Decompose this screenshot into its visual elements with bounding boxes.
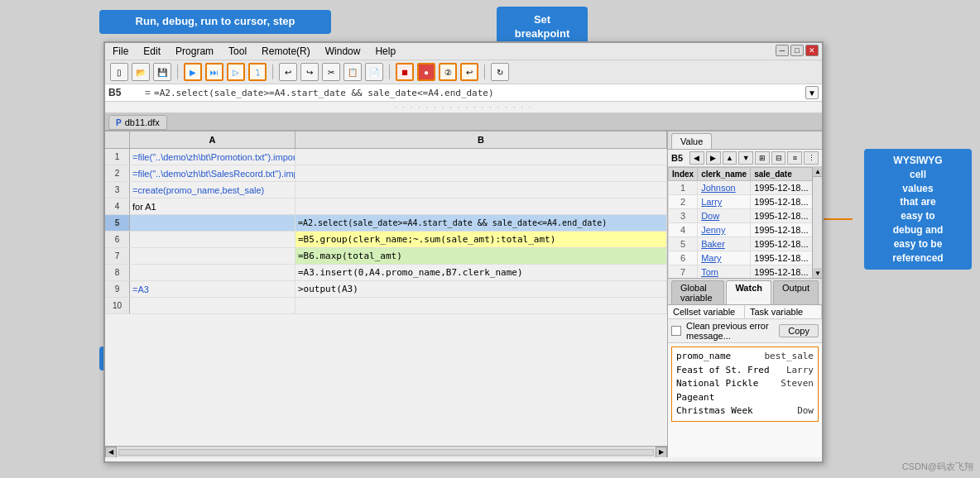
output-col2: Larry (786, 364, 814, 378)
cell-clerk[interactable]: Mary (698, 251, 751, 265)
clean-row: Clean previous error message... Copy (668, 319, 822, 343)
open-button[interactable]: 📂 (132, 63, 150, 81)
copy-button[interactable]: Copy (779, 324, 819, 337)
table-row: 6 =B5.group(clerk_name;~.sum(sale_amt):t… (105, 232, 667, 248)
horizontal-scrollbar[interactable]: ◀ ▶ (105, 446, 667, 457)
tab-output[interactable]: Output (773, 280, 819, 304)
cell-clerk[interactable]: Johnson (698, 181, 751, 195)
value-scrollbar[interactable]: ▲ ▼ (812, 167, 822, 278)
cell-2b[interactable] (295, 165, 667, 181)
cell-10a[interactable] (130, 298, 295, 313)
new-button[interactable]: ▯ (110, 63, 128, 81)
tab-watch[interactable]: Watch (726, 280, 771, 304)
paste-button[interactable]: 📄 (365, 63, 383, 81)
cell-5a[interactable] (130, 215, 295, 231)
cellset-variable[interactable]: Cellset variable (668, 305, 745, 318)
value-tab[interactable]: Value (671, 133, 712, 149)
scroll-track[interactable] (118, 449, 654, 456)
table-row[interactable]: 4 Jenny 1995-12-18... 882 (669, 223, 823, 237)
table-row[interactable]: 1 Johnson 1995-12-18... 2024 (669, 181, 823, 195)
ide-window: ─ □ ✕ File Edit Program Tool Remote(R) W… (103, 41, 824, 463)
save-button[interactable]: 💾 (153, 63, 171, 81)
tab-global-variable[interactable]: Global variable (671, 280, 724, 304)
cell-8a[interactable] (130, 265, 295, 280)
col-header-a[interactable]: A (130, 131, 295, 148)
formula-scroll-btn[interactable]: ▼ (805, 86, 819, 99)
cell-9b[interactable]: >output(A3) (295, 281, 667, 297)
val-b1-btn[interactable]: ⊞ (755, 151, 770, 165)
scroll-down-btn[interactable]: ▼ (813, 268, 822, 278)
val-back-btn[interactable]: ◀ (689, 151, 704, 165)
val-b3-btn[interactable]: ≡ (787, 151, 802, 165)
cut-button[interactable]: ✂ (322, 63, 340, 81)
col-header-b[interactable]: B (295, 131, 667, 148)
cell-6a[interactable] (130, 232, 295, 247)
menu-remote[interactable]: Remote(R) (259, 45, 313, 58)
copy-toolbar-button[interactable]: 📋 (343, 63, 362, 81)
cell-9a[interactable]: =A3 (130, 281, 295, 297)
table-row[interactable]: 5 Baker 1995-12-18... 3028 (669, 237, 823, 251)
cell-clerk[interactable]: Baker (698, 237, 751, 251)
table-row[interactable]: 2 Larry 1995-12-18... 2767 (669, 195, 823, 209)
cell-4b[interactable] (295, 198, 667, 214)
cell-3a[interactable]: =create(promo_name,best_sale) (130, 182, 295, 198)
scroll-up-btn[interactable]: ▲ (813, 167, 822, 177)
scroll-left-btn[interactable]: ◀ (105, 447, 117, 458)
scroll-right-btn[interactable]: ▶ (656, 447, 667, 458)
cell-1b[interactable] (295, 149, 667, 165)
val-up-btn[interactable]: ▲ (723, 151, 737, 165)
toolbar-sep-3 (389, 65, 390, 79)
menu-tool[interactable]: Tool (226, 45, 249, 58)
cell-index: 1 (669, 181, 698, 195)
debug-button[interactable]: ⏭ (205, 63, 223, 81)
table-row[interactable]: 3 Dow 1995-12-18... 3767 (669, 209, 823, 223)
stop-button[interactable]: ⏹ (396, 63, 414, 81)
cell-7b[interactable]: =B6.maxp(total_amt) (295, 248, 667, 264)
cell-8b[interactable]: =A3.insert(0,A4.promo_name,B7.clerk_name… (295, 265, 667, 280)
run-cursor-button[interactable]: ▷ (227, 63, 245, 81)
cell-clerk[interactable]: Larry (698, 195, 751, 209)
cell-1a[interactable]: =file("..\demo\zh\bt\Promotion.txt").imp… (130, 149, 295, 165)
extra-button[interactable]: ↻ (491, 63, 509, 81)
cell-3b[interactable] (295, 182, 667, 198)
output-col1: Feast of St. Fred (676, 364, 780, 378)
cell-clerk[interactable]: Jenny (698, 223, 751, 237)
val-b2-btn[interactable]: ⊟ (771, 151, 786, 165)
maximize-button[interactable]: □ (790, 45, 804, 56)
cell-clerk[interactable]: Tom (698, 265, 751, 279)
cell-2a[interactable]: =file("..\demo\zh\bt\SalesRecord.txt").i… (130, 165, 295, 181)
cell-6b[interactable]: =B5.group(clerk_name;~.sum(sale_amt):tot… (295, 232, 667, 247)
table-row[interactable]: 6 Mary 1995-12-18... 3720 (669, 251, 823, 265)
return-button[interactable]: ↩ (460, 63, 478, 81)
breakpoint-button[interactable]: ● (417, 63, 435, 81)
menu-edit[interactable]: Edit (141, 45, 163, 58)
close-button[interactable]: ✕ (805, 45, 819, 56)
cell-10b[interactable] (295, 298, 667, 313)
cell-5b[interactable]: =A2.select(sale_date>=A4.start_date && s… (295, 215, 667, 231)
cell-7a[interactable] (130, 248, 295, 264)
menu-window[interactable]: Window (323, 45, 363, 58)
cell-clerk[interactable]: Dow (698, 209, 751, 223)
cell-4a[interactable]: for A1 (130, 198, 295, 214)
step-button[interactable]: ⤵ (248, 63, 267, 81)
row-num-4: 4 (105, 198, 130, 214)
table-row: 3 =create(promo_name,best_sale) (105, 182, 667, 198)
menu-program[interactable]: Program (173, 45, 216, 58)
run-button[interactable]: ▶ (184, 63, 202, 81)
table-row[interactable]: 7 Tom 1995-12-18... 2673 (669, 265, 823, 279)
val-dn-btn[interactable]: ▼ (738, 151, 753, 165)
menu-help[interactable]: Help (372, 45, 398, 58)
task-variable[interactable]: Task variable (745, 305, 822, 318)
minimize-button[interactable]: ─ (776, 45, 789, 56)
val-b4-btn[interactable]: ⋮ (804, 151, 819, 165)
b2-button[interactable]: ② (439, 63, 457, 81)
redo-button[interactable]: ↪ (300, 63, 319, 81)
undo-button[interactable]: ↩ (279, 63, 297, 81)
clean-checkbox[interactable] (671, 326, 681, 336)
menu-file[interactable]: File (110, 45, 131, 58)
drag-handle[interactable]: · · · · · · · · · · · · · · · · · · (105, 102, 822, 113)
cell-date: 1995-12-18... (751, 251, 812, 265)
file-tab[interactable]: P db11.dfx (108, 115, 167, 130)
val-fwd-btn[interactable]: ▶ (706, 151, 721, 165)
list-item: Feast of St. FredLarry (676, 364, 814, 378)
